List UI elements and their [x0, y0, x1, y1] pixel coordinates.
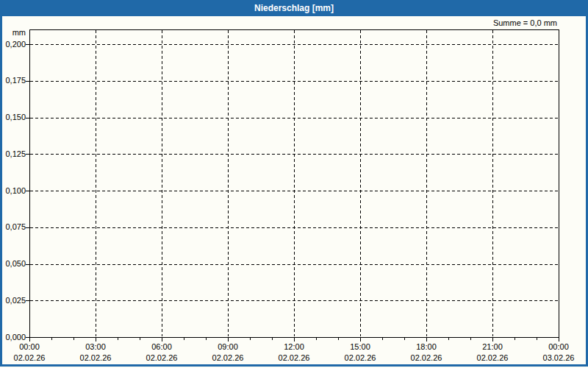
x-tick-date-label: 02.02.26 — [401, 353, 452, 363]
x-tick-time-label: 00:00 — [4, 342, 55, 352]
y-tick-label: 0,050 — [0, 259, 26, 269]
x-tick-time-label: 03:00 — [70, 342, 121, 352]
chart-window: Niederschlag [mm] Summe = 0,0 mm mm 0,00… — [0, 0, 588, 368]
plot-grid — [0, 0, 588, 368]
y-tick-label: 0,100 — [0, 186, 26, 196]
x-tick-time-label: 18:00 — [401, 342, 452, 352]
x-tick-date-label: 03.02.26 — [533, 353, 584, 363]
x-tick-time-label: 15:00 — [334, 342, 386, 352]
y-tick-label: 0,075 — [0, 222, 26, 232]
x-tick-date-label: 02.02.26 — [268, 353, 320, 363]
y-tick-label: 0,025 — [0, 296, 26, 305]
x-tick-date-label: 02.02.26 — [467, 353, 518, 363]
y-tick-label: 0,000 — [0, 333, 26, 342]
y-tick-label: 0,125 — [0, 149, 26, 159]
x-tick-time-label: 09:00 — [202, 342, 254, 352]
x-tick-time-label: 00:00 — [533, 342, 584, 352]
x-tick-date-label: 02.02.26 — [334, 353, 386, 363]
x-tick-date-label: 02.02.26 — [136, 353, 187, 363]
x-tick-time-label: 21:00 — [467, 342, 518, 352]
y-tick-label: 0,175 — [0, 76, 26, 85]
x-tick-date-label: 02.02.26 — [4, 353, 55, 363]
x-tick-time-label: 06:00 — [136, 342, 187, 352]
x-tick-date-label: 02.02.26 — [70, 353, 121, 363]
y-tick-label: 0,150 — [0, 113, 26, 122]
x-tick-date-label: 02.02.26 — [202, 353, 254, 363]
x-tick-time-label: 12:00 — [268, 342, 320, 352]
y-tick-label: 0,200 — [0, 40, 26, 49]
